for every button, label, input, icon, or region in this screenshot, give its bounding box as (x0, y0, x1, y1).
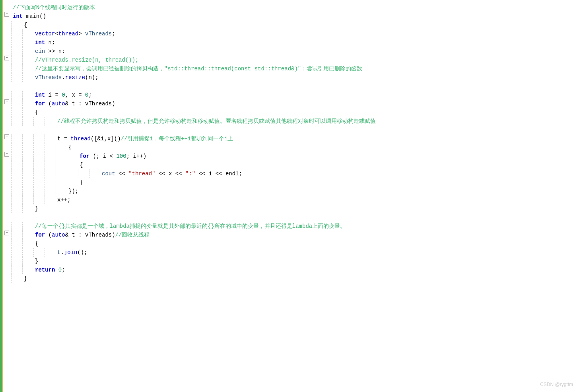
code-content: { (67, 143, 581, 152)
code-content: { (22, 21, 581, 29)
code-line: } (2, 257, 581, 266)
code-line: int n; (2, 38, 581, 47)
code-line: − for (; i < 100; i++) (2, 152, 581, 161)
code-content: for (; i < 100; i++) (78, 152, 581, 161)
code-content: vector<thread> vThreads; (33, 29, 581, 38)
code-content: int main() (11, 12, 581, 21)
code-line: return 0; (2, 266, 581, 274)
code-line: − for (auto& t : vThreads)//回收从线程 (2, 231, 581, 239)
code-content: t.join(); (56, 248, 581, 257)
code-line: //下面写N个线程同时运行的版本 (2, 3, 581, 12)
code-content: } (22, 274, 581, 283)
code-content: //vThreads.resize(n, thread()); (33, 56, 581, 64)
code-content: int i = 0, x = 0; (33, 91, 581, 99)
code-line: vector<thread> vThreads; (2, 29, 581, 38)
code-line: x++; (2, 196, 581, 204)
code-content: //下面写N个线程同时运行的版本 (11, 3, 581, 12)
code-line: } (2, 178, 581, 187)
code-content: }); (67, 187, 581, 196)
code-line: //每一个{}其实都是一个域，lambda捕捉的变量就是其外部的最近的{}所在的… (2, 222, 581, 231)
code-content: { (78, 161, 581, 169)
code-content: vThreads.resize(n); (33, 73, 581, 82)
code-line: t.join(); (2, 248, 581, 257)
code-line (2, 213, 581, 222)
fold-gutter-minus[interactable]: − (2, 231, 11, 235)
code-line: } (2, 204, 581, 213)
code-content (11, 126, 581, 134)
code-line: }); (2, 187, 581, 196)
code-content: } (33, 257, 581, 266)
code-line: cout << "thread" << x << ":" << i << end… (2, 169, 581, 178)
code-line: − for (auto& t : vThreads) (2, 99, 581, 108)
code-content: } (78, 178, 581, 187)
code-content: //每一个{}其实都是一个域，lambda捕捉的变量就是其外部的最近的{}所在的… (33, 222, 581, 231)
code-line: { (2, 143, 581, 152)
code-content (11, 213, 581, 222)
fold-gutter-minus[interactable]: − (2, 152, 11, 157)
code-content: cin >> n; (33, 47, 581, 56)
code-line (2, 82, 581, 91)
code-content: for (auto& t : vThreads)//回收从线程 (33, 231, 581, 239)
fold-gutter-minus[interactable]: − (2, 12, 11, 17)
code-content: for (auto& t : vThreads) (33, 99, 581, 108)
code-line: cin >> n; (2, 47, 581, 56)
code-area: //下面写N个线程同时运行的版本 − int main() { vector<t… (2, 0, 581, 286)
code-content: x++; (56, 196, 581, 204)
code-line: { (2, 21, 581, 29)
code-line: int i = 0, x = 0; (2, 91, 581, 99)
code-line: { (2, 239, 581, 248)
code-line: } (2, 274, 581, 283)
code-content: int n; (33, 38, 581, 47)
code-content: //这里不要显示写，会调用已经被删除的拷贝构造，"std::thread::th… (33, 64, 581, 73)
code-line: − int main() (2, 12, 581, 21)
code-content: return 0; (33, 266, 581, 274)
code-line: //线程不允许拷贝构造和拷贝赋值，但是允许移动构造和移动赋值。匿名线程拷贝或赋值… (2, 117, 581, 126)
fold-gutter-minus[interactable]: − (2, 56, 11, 60)
code-content: //线程不允许拷贝构造和拷贝赋值，但是允许移动构造和移动赋值。匿名线程拷贝或赋值… (56, 117, 581, 126)
code-line: − t = thread([&i,x]()//引用捕捉i，每个线程++i都加到同… (2, 134, 581, 143)
code-line: //这里不要显示写，会调用已经被删除的拷贝构造，"std::thread::th… (2, 64, 581, 73)
code-content (11, 82, 581, 91)
code-line: { (2, 108, 581, 117)
code-line: − //vThreads.resize(n, thread()); (2, 56, 581, 64)
fold-gutter-minus[interactable]: − (2, 134, 11, 139)
code-content: { (33, 239, 581, 248)
watermark: CSDN @rygttm (540, 382, 573, 387)
code-content: } (33, 204, 581, 213)
code-content: t = thread([&i,x]()//引用捕捉i，每个线程++i都加到同一个… (56, 134, 581, 143)
code-line: { (2, 161, 581, 169)
code-content: cout << "thread" << x << ":" << i << end… (100, 169, 581, 178)
code-content: { (33, 108, 581, 117)
editor-container: //下面写N个线程同时运行的版本 − int main() { vector<t… (0, 0, 581, 392)
code-line: vThreads.resize(n); (2, 73, 581, 82)
fold-gutter-minus[interactable]: − (2, 99, 11, 104)
code-line (2, 126, 581, 134)
